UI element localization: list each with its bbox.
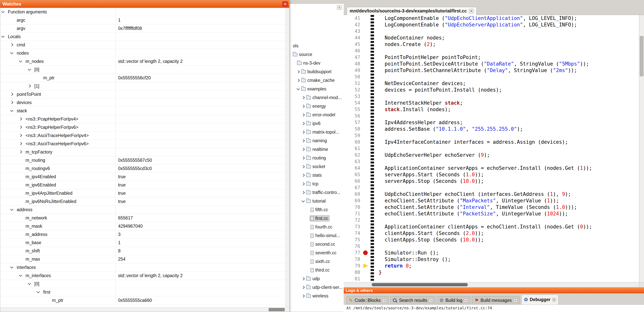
tree-item-row[interactable]: traffic-contro...	[306, 189, 342, 195]
tree-item-row[interactable]: first.cc	[310, 215, 330, 221]
tree-item-row[interactable]: channel-mod...	[306, 95, 343, 101]
tree-expander[interactable]	[301, 122, 306, 126]
collapse-icon[interactable]	[28, 282, 31, 285]
breakpoint-margin[interactable]	[362, 171, 369, 178]
tree-expander[interactable]	[301, 199, 306, 203]
watch-row[interactable]: argv0x7fffffffdf08	[0, 24, 286, 33]
tree-expander[interactable]	[301, 113, 306, 117]
breakpoint-margin[interactable]	[362, 184, 369, 191]
tree-item[interactable]: realtime	[289, 145, 344, 154]
tree-expander[interactable]	[296, 87, 300, 91]
expand-icon[interactable]	[10, 93, 14, 96]
tree-item[interactable]: channel-mod...	[289, 93, 344, 102]
collapse-icon[interactable]	[1, 34, 4, 38]
watch-row[interactable]: m_mask4294967040	[0, 222, 286, 230]
collapse-icon[interactable]	[19, 59, 22, 62]
watch-row[interactable]: address	[0, 206, 286, 214]
expand-icon[interactable]	[19, 150, 22, 154]
watch-row[interactable]: argc1	[0, 16, 286, 24]
close-icon[interactable]: ×	[514, 299, 517, 303]
breakpoint-margin[interactable]	[362, 145, 369, 152]
breakpoint-margin[interactable]	[362, 217, 369, 223]
breakpoint-margin[interactable]	[362, 250, 369, 256]
expand-icon[interactable]	[302, 148, 305, 151]
tree-item[interactable]: energy	[289, 102, 344, 111]
watch-row[interactable]: [0]	[0, 280, 286, 288]
tab-search-results[interactable]: Search results×	[390, 296, 435, 305]
breakpoint-margin[interactable]	[362, 256, 369, 263]
watches-vertical-scrollbar[interactable]	[286, 8, 289, 307]
watch-row[interactable]: m_ipv4Enabledtrue	[0, 173, 286, 181]
tree-expander[interactable]	[301, 130, 306, 134]
tree-expander[interactable]	[301, 165, 306, 169]
close-icon[interactable]: ×	[337, 5, 342, 10]
tree-item[interactable]: cmake_cache	[289, 76, 344, 85]
watch-row[interactable]: m_ipv4ArpJitterEnabledtrue	[0, 189, 286, 197]
expand-icon[interactable]	[19, 142, 22, 145]
breakpoint-margin[interactable]	[362, 15, 369, 21]
scrollbar-thumb[interactable]	[640, 36, 644, 76]
tree-item-row[interactable]: udp-client-ser...	[306, 284, 344, 290]
tree-item-row[interactable]: ipv6	[306, 121, 322, 127]
breakpoint-margin[interactable]	[362, 80, 369, 87]
tree-expander[interactable]	[301, 190, 306, 195]
watch-row[interactable]: m_address3	[0, 230, 286, 239]
tree-expander[interactable]	[301, 104, 306, 109]
tree-item[interactable]: traffic-contro...	[289, 188, 344, 197]
breakpoint-margin[interactable]	[362, 276, 369, 282]
tree-item[interactable]: udp	[289, 275, 344, 283]
breakpoint-margin[interactable]	[362, 61, 369, 67]
expand-icon[interactable]	[302, 104, 305, 108]
watch-row[interactable]: m_interfacesstd::vector of length 2, cap…	[0, 272, 286, 280]
expand-icon[interactable]	[297, 79, 300, 82]
collapse-icon[interactable]	[19, 274, 22, 277]
tree-item[interactable]: source	[289, 50, 344, 59]
expand-icon[interactable]	[302, 286, 305, 289]
tree-item-row[interactable]: buildsupport	[300, 69, 333, 75]
tree-expander[interactable]	[301, 285, 306, 290]
tree-expander[interactable]	[301, 294, 306, 298]
watch-row[interactable]: cmd	[0, 41, 286, 49]
watch-row[interactable]: m_max254	[0, 255, 286, 263]
collapse-icon[interactable]	[10, 208, 14, 211]
tree-item-row[interactable]: naming	[306, 138, 328, 144]
expand-icon[interactable]	[302, 294, 305, 298]
close-icon[interactable]: ×	[282, 1, 288, 7]
watch-row[interactable]: m_routingv60x5555555cd3c0	[0, 164, 286, 173]
breakpoint-margin[interactable]	[362, 113, 369, 119]
breakpoint-margin[interactable]	[362, 28, 369, 34]
collapse-icon[interactable]	[10, 51, 14, 54]
expand-icon[interactable]	[302, 277, 305, 280]
breakpoint-margin[interactable]	[362, 269, 369, 276]
tree-item-row[interactable]: tutorial	[306, 198, 327, 204]
tab-debugger[interactable]: ⚙Debugger×	[521, 295, 558, 305]
breakpoint-margin[interactable]	[362, 47, 369, 54]
tree-item[interactable]: third.cc	[289, 266, 344, 275]
tree-expander[interactable]	[301, 182, 306, 186]
watch-row[interactable]: m_ipv6Enabledtrue	[0, 181, 286, 189]
watch-row[interactable]: first	[0, 288, 286, 296]
tree-item-row[interactable]: cmake_cache	[300, 77, 336, 83]
breakpoint-margin[interactable]	[362, 106, 369, 113]
tree-item[interactable]: second.cc	[289, 240, 344, 249]
tree-expander[interactable]	[296, 70, 300, 74]
watches-title-bar[interactable]: Watches ×	[0, 0, 289, 8]
tree-item[interactable]: wireless	[289, 292, 344, 300]
watch-row[interactable]: m_tcpFactory	[0, 148, 286, 156]
watches-horizontal-scrollbar[interactable]	[0, 307, 289, 312]
collapse-icon[interactable]	[302, 199, 305, 202]
tree-item-row[interactable]: fourth.cc	[310, 224, 334, 230]
expand-icon[interactable]	[28, 84, 31, 88]
scrollbar-thumb[interactable]	[268, 308, 285, 311]
watch-row[interactable]: <ns3::AsciiTraceHelperForIpv4>	[0, 132, 286, 140]
breakpoint-margin[interactable]	[362, 67, 369, 74]
tree-item-row[interactable]: tcp	[306, 181, 320, 187]
tree-item[interactable]: tcp	[289, 179, 344, 188]
tree-item-row[interactable]: wireless	[306, 293, 330, 299]
watch-row[interactable]: devices	[0, 99, 286, 107]
collapse-icon[interactable]	[1, 10, 4, 13]
tree-item-row[interactable]: ns-3-dev	[296, 60, 322, 66]
watch-row[interactable]: Locals	[0, 33, 286, 41]
tree-expander[interactable]	[301, 96, 306, 100]
breakpoint-margin[interactable]	[362, 126, 369, 132]
